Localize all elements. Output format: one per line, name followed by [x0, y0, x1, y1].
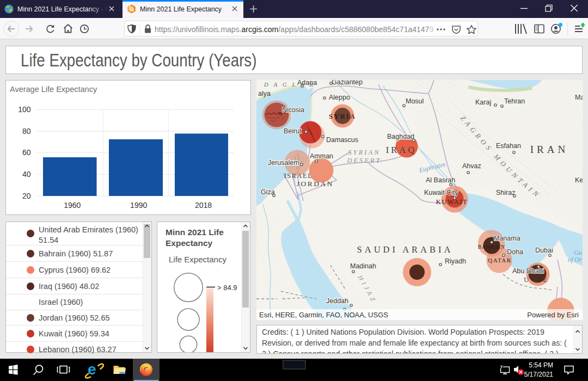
- svg-text:Gaziantep: Gaziantep: [332, 80, 363, 86]
- svg-text:1960: 1960: [64, 201, 81, 210]
- svg-text:alya: alya: [258, 90, 271, 97]
- svg-text:Al Basrah: Al Basrah: [426, 176, 455, 184]
- svg-text:Manama: Manama: [494, 235, 520, 242]
- svg-text:20: 20: [22, 192, 31, 200]
- svg-text:Beirut: Beirut: [284, 127, 302, 135]
- svg-text:Ma: Ma: [575, 94, 583, 101]
- svg-text:80: 80: [22, 127, 31, 136]
- svg-text:Esfahan: Esfahan: [496, 142, 521, 150]
- svg-text:40: 40: [22, 170, 31, 179]
- svg-text:Kuwait City: Kuwait City: [424, 189, 458, 196]
- svg-text:Riyadh: Riyadh: [445, 257, 466, 265]
- svg-text:60: 60: [22, 148, 31, 157]
- svg-text:Ker: Ker: [575, 176, 583, 184]
- svg-text:Shiraz: Shiraz: [496, 189, 515, 196]
- svg-text:Madinah: Madinah: [350, 262, 376, 270]
- svg-text:JORDAN: JORDAN: [297, 180, 334, 188]
- svg-text:Nicosia: Nicosia: [282, 106, 304, 114]
- svg-text:Karaj: Karaj: [475, 99, 491, 106]
- svg-text:BAHRAIN: BAHRAIN: [478, 244, 505, 250]
- svg-text:Dubai: Dubai: [535, 247, 553, 254]
- svg-text:Gu: Gu: [574, 249, 582, 256]
- svg-text:QATAR: QATAR: [488, 257, 511, 263]
- svg-text:Abu Dhabi: Abu Dhabi: [512, 267, 544, 275]
- svg-text:KUWAIT: KUWAIT: [436, 198, 468, 206]
- svg-text:SAUDI ARABIA: SAUDI ARABIA: [357, 244, 454, 255]
- svg-text:IRAQ: IRAQ: [386, 145, 416, 155]
- svg-text:Doha: Doha: [507, 248, 523, 256]
- svg-text:SYRIA: SYRIA: [329, 112, 357, 120]
- svg-text:Baghdad: Baghdad: [387, 133, 414, 140]
- svg-text:DESERT: DESERT: [346, 157, 381, 164]
- svg-text:Jeddah: Jeddah: [326, 297, 348, 305]
- svg-text:1990: 1990: [130, 201, 147, 210]
- svg-text:Mosul: Mosul: [406, 97, 424, 105]
- svg-text:ISRAEL: ISRAEL: [284, 172, 313, 180]
- svg-text:Amman: Amman: [310, 152, 333, 160]
- svg-text:SYRIAN: SYRIAN: [348, 149, 381, 156]
- svg-text:Esri, HERE, Garmin, FAO, NOAA,: Esri, HERE, Garmin, FAO, NOAA, USGS: [259, 311, 388, 319]
- svg-text:> 84.9: > 84.9: [217, 284, 237, 292]
- svg-text:D A G L A R: D A G L A R: [264, 81, 315, 88]
- svg-text:2018: 2018: [195, 201, 212, 210]
- svg-text:Powered by Esri: Powered by Esri: [527, 311, 579, 319]
- svg-text:IRAN: IRAN: [530, 144, 568, 155]
- svg-text:Tehran: Tehran: [504, 97, 525, 105]
- svg-text:of Or: of Or: [568, 256, 582, 263]
- svg-text:Jerusalem: Jerusalem: [268, 159, 299, 167]
- svg-text:e: e: [88, 361, 96, 378]
- svg-text:Damascus: Damascus: [326, 136, 358, 144]
- svg-text:Aleppo: Aleppo: [329, 94, 350, 101]
- svg-text:100: 100: [18, 105, 31, 114]
- svg-text:Ahvaz: Ahvaz: [462, 162, 481, 170]
- svg-text:U A E: U A E: [524, 276, 549, 284]
